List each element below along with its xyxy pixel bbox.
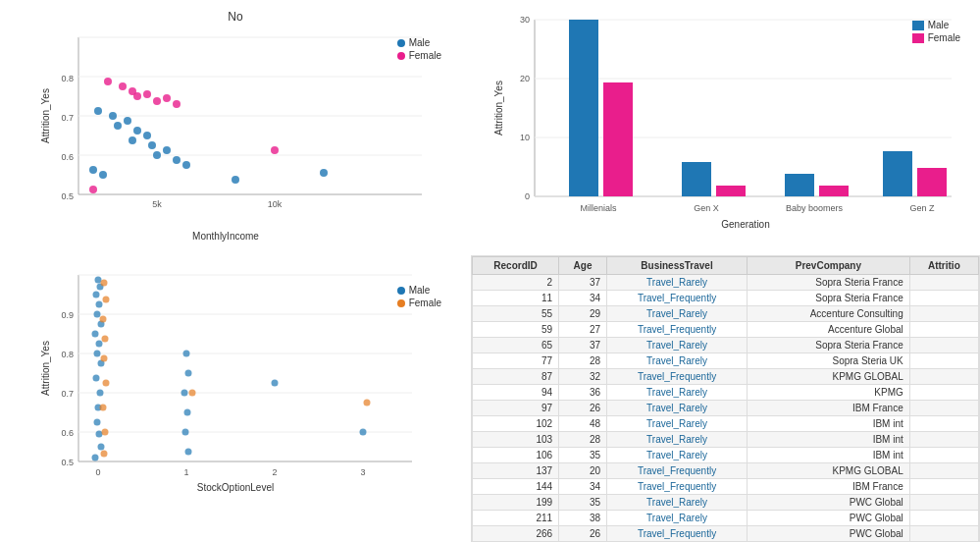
table-cell: Sopra Steria France [748, 338, 910, 353]
svg-point-28 [320, 169, 328, 177]
col-age: Age [559, 257, 607, 275]
svg-point-22 [163, 146, 171, 154]
table-row: 6537Travel_RarelySopra Steria France [473, 338, 979, 353]
svg-point-27 [232, 176, 239, 184]
table-cell [909, 495, 978, 511]
svg-point-23 [173, 156, 181, 164]
table-cell: 144 [473, 479, 559, 495]
table-cell [909, 291, 978, 306]
table-cell: Travel_Rarely [607, 432, 748, 448]
svg-point-110 [184, 409, 191, 416]
svg-rect-55 [819, 186, 849, 196]
svg-text:Gen X: Gen X [694, 203, 719, 213]
svg-point-116 [364, 400, 371, 406]
table-cell: 55 [473, 306, 559, 322]
svg-point-34 [153, 97, 161, 105]
table-cell: Travel_Rarely [607, 416, 748, 432]
table-cell [909, 432, 978, 448]
svg-point-13 [94, 107, 102, 115]
svg-point-106 [101, 451, 108, 458]
svg-point-92 [97, 390, 104, 397]
table-cell: 32 [559, 369, 607, 385]
table-cell: Travel_Rarely [607, 338, 748, 353]
table-row: 21138Travel_RarelyPWC Global [473, 511, 979, 526]
svg-point-14 [109, 112, 117, 120]
svg-point-20 [148, 141, 156, 149]
table-row: 14434Travel_FrequentlyIBM France [473, 479, 979, 495]
svg-point-37 [89, 186, 97, 193]
svg-point-15 [114, 122, 122, 130]
table-row: 10635Travel_RarelyIBM int [473, 448, 979, 463]
table-cell: Accenture Global [748, 322, 910, 338]
table-cell: Sopra Steria France [748, 275, 910, 291]
svg-point-81 [95, 277, 102, 284]
table-cell [909, 526, 978, 542]
svg-text:0.6: 0.6 [61, 428, 74, 438]
table-row: 9436Travel_RarelyKPMG [473, 385, 979, 401]
table-cell: 35 [559, 448, 607, 463]
table-row: 10248Travel_RarelyIBM int [473, 416, 979, 432]
svg-point-99 [103, 297, 110, 303]
table-cell: 20 [559, 463, 607, 479]
table-cell: Sopra Steria France [748, 291, 910, 306]
data-table: RecordID Age BusinessTravel PrevCompany … [472, 256, 979, 542]
scatter2-area: Male Female 0.5 0.6 0.7 [10, 265, 461, 513]
svg-point-98 [101, 280, 108, 287]
svg-text:2: 2 [272, 467, 277, 477]
svg-rect-50 [569, 20, 598, 196]
svg-point-115 [360, 429, 367, 436]
table-cell: KPMG GLOBAL [748, 369, 910, 385]
scatter1-svg: 0.5 0.6 0.7 0.8 5k 10k Attrition_Yes [39, 27, 471, 234]
svg-text:Gen Z: Gen Z [909, 203, 935, 213]
table-cell: Travel_Rarely [607, 401, 748, 416]
svg-text:0.5: 0.5 [61, 191, 74, 201]
table-cell [909, 448, 978, 463]
table-row: 7728Travel_RarelySopra Steria UK [473, 353, 979, 369]
svg-text:3: 3 [360, 467, 365, 477]
table-cell [909, 385, 978, 401]
table-cell [909, 463, 978, 479]
svg-text:Baby boomers: Baby boomers [786, 203, 844, 213]
table-row: 9726Travel_RarelyIBM France [473, 401, 979, 416]
table-row: 1134Travel_FrequentlySopra Steria France [473, 291, 979, 306]
svg-point-94 [94, 419, 101, 426]
table-cell: Travel_Rarely [607, 385, 748, 401]
table-row: 5529Travel_RarelyAccenture Consulting [473, 306, 979, 322]
table-cell: Travel_Rarely [607, 353, 748, 369]
svg-text:0.7: 0.7 [61, 113, 74, 123]
table-cell: Travel_Rarely [607, 306, 748, 322]
table-cell: 137 [473, 463, 559, 479]
table-cell: 11 [473, 291, 559, 306]
svg-point-35 [163, 94, 171, 102]
svg-rect-53 [716, 186, 746, 196]
table-cell: 27 [559, 322, 607, 338]
table-cell: 59 [473, 322, 559, 338]
svg-point-102 [101, 355, 108, 362]
svg-point-111 [182, 429, 189, 436]
svg-text:0: 0 [525, 191, 530, 201]
svg-point-103 [103, 380, 110, 387]
scatter1-area: Male Female 0.5 0.6 0.7 0 [10, 27, 461, 244]
table-cell: PWC Global [748, 526, 910, 542]
table-cell [909, 401, 978, 416]
svg-point-36 [173, 100, 181, 108]
table-cell: 77 [473, 353, 559, 369]
table-cell: PWC Global [748, 511, 910, 526]
svg-text:0.7: 0.7 [61, 389, 74, 399]
table-cell: KPMG [748, 385, 910, 401]
svg-text:20: 20 [520, 74, 530, 83]
svg-text:0.8: 0.8 [61, 350, 74, 359]
table-cell: KPMG GLOBAL [748, 463, 910, 479]
table-row: 26626Travel_FrequentlyPWC Global [473, 526, 979, 542]
table-cell: Travel_Frequently [607, 369, 748, 385]
svg-point-114 [272, 380, 279, 387]
svg-text:Millenials: Millenials [580, 203, 617, 213]
svg-text:Attrition_Yes: Attrition_Yes [40, 88, 51, 143]
svg-point-19 [143, 132, 151, 139]
scatter1-title: No [10, 10, 461, 24]
table-cell: 37 [559, 338, 607, 353]
svg-point-16 [124, 117, 131, 125]
table-cell [909, 353, 978, 369]
table-cell: 94 [473, 385, 559, 401]
table-cell: 34 [559, 479, 607, 495]
